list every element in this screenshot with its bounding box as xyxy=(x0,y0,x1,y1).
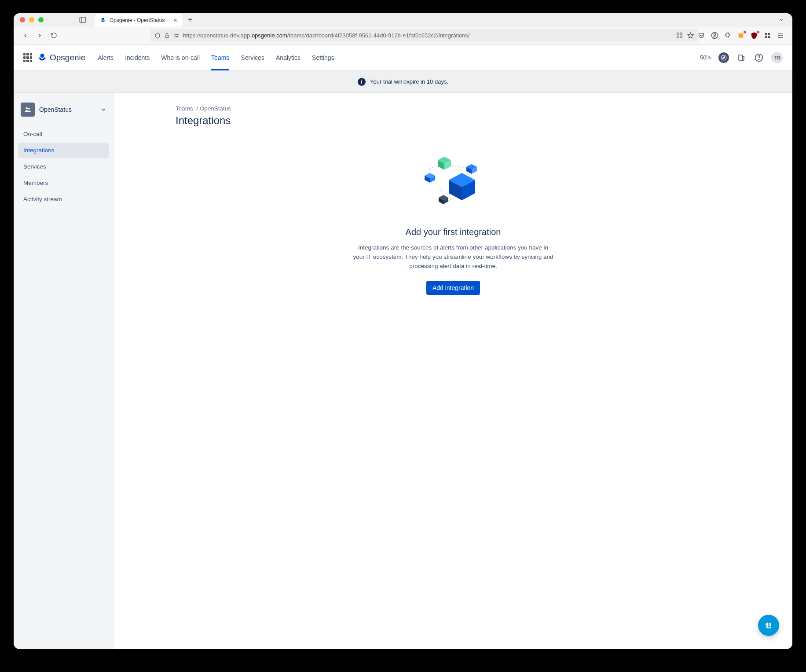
integrations-illustration-icon xyxy=(416,149,491,215)
sidebar-members[interactable]: Members xyxy=(18,175,109,191)
svg-rect-3 xyxy=(165,35,169,37)
nav-alerts[interactable]: Alerts xyxy=(98,45,114,70)
sidebar-services[interactable]: Services xyxy=(18,159,109,174)
svg-point-30 xyxy=(28,108,30,110)
breadcrumb-teams[interactable]: Teams xyxy=(176,105,193,112)
reload-button[interactable] xyxy=(48,30,59,41)
pocket-icon[interactable] xyxy=(697,32,705,40)
shield-icon xyxy=(154,33,161,39)
breadcrumb: Teams / OpenStatus xyxy=(176,105,731,112)
svg-point-22 xyxy=(40,54,44,58)
svg-point-6 xyxy=(175,34,176,35)
svg-marker-24 xyxy=(723,57,725,59)
maximize-window-icon[interactable] xyxy=(38,17,44,22)
empty-state: Add your first integration Integrations … xyxy=(176,149,731,295)
intercom-icon xyxy=(763,620,774,631)
info-icon: i xyxy=(358,78,366,86)
url-text: https://openstatus-dev.app.opsgenie.com/… xyxy=(183,32,470,39)
trial-banner: i Your trial will expire in 10 days. xyxy=(14,71,792,93)
sidebar-activity-stream[interactable]: Activity stream xyxy=(18,191,109,207)
bookmark-star-icon[interactable] xyxy=(687,32,694,39)
extension-1-icon[interactable] xyxy=(737,32,745,40)
apps-grid-icon[interactable] xyxy=(763,32,771,40)
svg-rect-25 xyxy=(739,55,743,60)
empty-heading: Add your first integration xyxy=(406,227,501,237)
chevron-down-icon xyxy=(100,106,106,113)
svg-rect-16 xyxy=(768,33,769,35)
forward-button[interactable] xyxy=(34,30,45,41)
top-nav: Alerts Incidents Who is on-call Teams Se… xyxy=(98,45,334,70)
new-tab-button[interactable]: + xyxy=(188,15,192,24)
qr-icon[interactable] xyxy=(676,32,683,39)
extensions-icon[interactable] xyxy=(724,32,732,40)
hamburger-menu-icon[interactable] xyxy=(777,32,784,40)
nav-who-is-on-call[interactable]: Who is on-call xyxy=(161,45,200,70)
sidebar-toggle-icon[interactable] xyxy=(79,16,87,24)
window-controls[interactable] xyxy=(20,17,44,22)
svg-point-14 xyxy=(714,33,715,35)
add-integration-button[interactable]: Add integration xyxy=(426,281,480,295)
ublock-icon[interactable] xyxy=(750,32,758,40)
tab-title: Opsgenie - OpenStatus xyxy=(110,17,165,23)
tabs-overflow-icon[interactable] xyxy=(778,17,784,23)
nav-services[interactable]: Services xyxy=(241,45,264,70)
close-tab-icon[interactable]: × xyxy=(173,16,177,24)
team-sidebar: OpenStatus On-call Integrations Services… xyxy=(14,93,114,649)
svg-rect-18 xyxy=(768,36,769,38)
empty-body: Integrations are the sources of alerts f… xyxy=(352,243,554,271)
product-name: Opsgenie xyxy=(50,53,85,62)
team-icon xyxy=(21,103,35,117)
team-switcher[interactable]: OpenStatus xyxy=(18,100,109,119)
opsgenie-favicon-icon xyxy=(100,17,106,23)
opsgenie-logo[interactable]: Opsgenie xyxy=(37,53,85,62)
browser-tab-bar: Opsgenie - OpenStatus × + xyxy=(14,13,792,26)
back-button[interactable] xyxy=(20,30,31,41)
sidebar-on-call[interactable]: On-call xyxy=(18,126,109,142)
nav-settings[interactable]: Settings xyxy=(312,45,334,70)
minimize-window-icon[interactable] xyxy=(29,17,34,22)
svg-rect-15 xyxy=(765,33,766,35)
nav-analytics[interactable]: Analytics xyxy=(276,45,300,70)
compass-icon[interactable] xyxy=(718,52,729,63)
nav-teams[interactable]: Teams xyxy=(211,45,229,70)
sidebar-integrations[interactable]: Integrations xyxy=(18,143,109,158)
svg-rect-0 xyxy=(80,17,86,22)
svg-point-29 xyxy=(26,107,28,110)
lock-icon xyxy=(164,33,170,38)
breadcrumb-team-name[interactable]: OpenStatus xyxy=(200,105,231,112)
settings-toggle-icon xyxy=(173,33,180,39)
svg-rect-10 xyxy=(677,36,679,38)
page-title: Integrations xyxy=(176,114,731,127)
main-content: Teams / OpenStatus Integrations xyxy=(114,93,792,649)
opsgenie-logo-icon xyxy=(37,53,47,62)
svg-rect-8 xyxy=(677,33,679,35)
help-icon[interactable] xyxy=(754,52,764,63)
app-header: Opsgenie Alerts Incidents Who is on-call… xyxy=(14,45,792,71)
svg-rect-26 xyxy=(743,56,744,60)
close-window-icon[interactable] xyxy=(20,17,25,22)
svg-marker-12 xyxy=(688,33,693,38)
svg-point-7 xyxy=(177,36,178,37)
whats-new-icon[interactable] xyxy=(736,52,747,63)
svg-point-2 xyxy=(102,18,104,20)
setup-progress[interactable]: 50% xyxy=(700,54,711,61)
browser-toolbar: https://openstatus-dev.app.opsgenie.com/… xyxy=(14,26,792,45)
banner-text: Your trial will expire in 10 days. xyxy=(370,78,448,85)
account-icon[interactable] xyxy=(711,32,718,40)
user-avatar[interactable]: TO xyxy=(771,52,783,63)
team-name: OpenStatus xyxy=(39,106,96,113)
address-bar[interactable]: https://openstatus-dev.app.opsgenie.com/… xyxy=(150,29,698,42)
svg-rect-17 xyxy=(765,36,766,38)
intercom-launcher[interactable] xyxy=(758,615,779,636)
browser-tab[interactable]: Opsgenie - OpenStatus × xyxy=(95,14,183,27)
nav-incidents[interactable]: Incidents xyxy=(125,45,150,70)
app-switcher-icon[interactable] xyxy=(23,53,32,62)
svg-rect-11 xyxy=(680,36,682,38)
svg-rect-9 xyxy=(680,33,682,35)
svg-point-28 xyxy=(758,59,759,60)
